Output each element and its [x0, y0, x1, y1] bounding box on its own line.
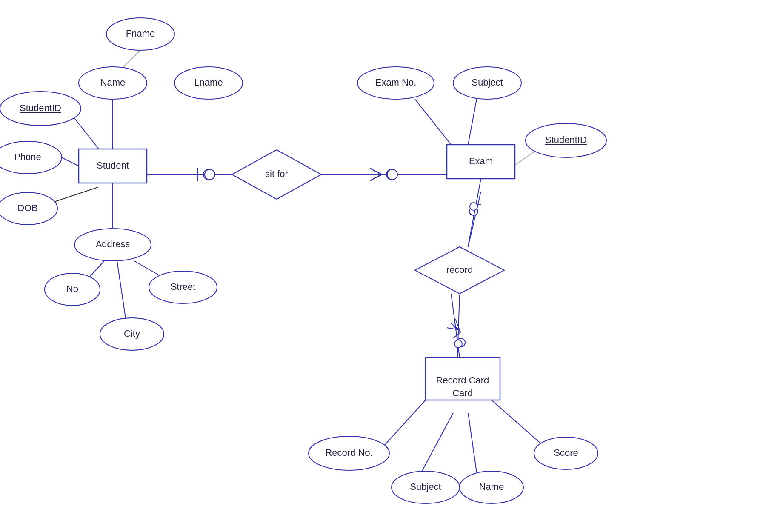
exam-no-label: Exam No. — [375, 77, 417, 88]
line-recordno-rc — [383, 400, 426, 447]
line-subject-exam — [468, 99, 477, 145]
crow2 — [370, 174, 382, 180]
subject-exam-label: Subject — [472, 77, 503, 88]
sit-for-label: sit for — [265, 169, 288, 179]
line-phone-student — [62, 157, 79, 166]
student-label: Student — [97, 160, 129, 171]
phone-label: Phone — [14, 152, 41, 162]
zero-circle-exam — [387, 169, 397, 180]
record-no-label: Record No. — [325, 447, 372, 458]
line-studentid-student — [74, 118, 102, 153]
er-diagram: Student Exam Record Card Card Fname Name… — [0, 0, 766, 532]
score-label: Score — [554, 447, 578, 458]
fname-label: Fname — [126, 28, 155, 39]
line-fname-name — [123, 50, 140, 67]
name-label: Name — [100, 77, 126, 88]
zero-circle-student — [205, 169, 215, 180]
zero-rc — [454, 340, 462, 348]
subject-rc-label: Subject — [410, 481, 441, 492]
name-rc-label: Name — [479, 481, 504, 492]
zero-exam — [470, 203, 477, 210]
studentid2-label: StudentID — [545, 134, 587, 145]
line-dob-student — [53, 187, 98, 202]
line-examno-exam — [415, 99, 451, 145]
lname-label: Lname — [194, 77, 223, 88]
exam-label: Exam — [469, 156, 493, 166]
record-card-label2: Card — [452, 388, 473, 398]
record-card-label: Record Card — [436, 375, 489, 386]
line-city-address — [117, 261, 126, 318]
line-street-address — [134, 261, 162, 277]
record-label: record — [446, 264, 473, 275]
line-subjectrc-rc — [421, 413, 453, 472]
street-label: Street — [171, 281, 196, 292]
line-score-rc — [492, 400, 545, 447]
crow1 — [370, 169, 382, 174]
city-label: City — [124, 328, 140, 339]
address-label: Address — [96, 239, 130, 249]
studentid-label: StudentID — [20, 103, 61, 113]
line-namerc-rc — [468, 413, 477, 472]
dob-label: DOB — [17, 203, 38, 213]
no-label: No — [66, 283, 78, 294]
